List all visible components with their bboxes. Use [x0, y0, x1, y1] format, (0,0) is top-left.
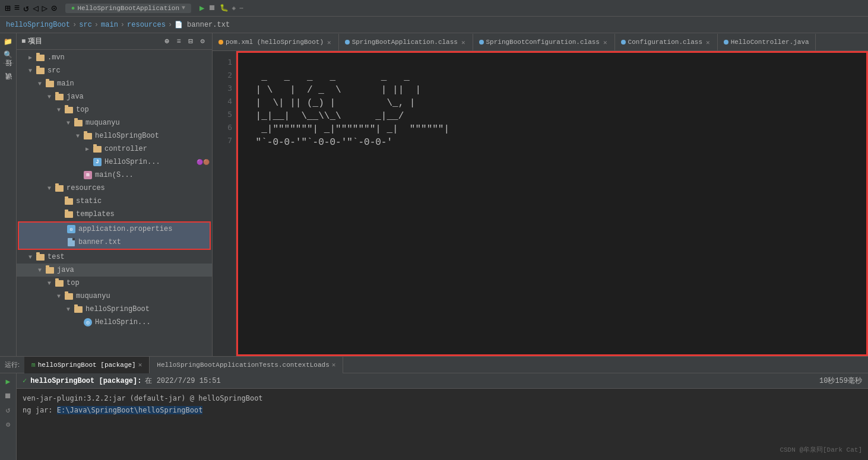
- breadcrumb-resources[interactable]: resources: [127, 21, 166, 29]
- sidebar-toolbar: 📁 🔍 运行 调试: [0, 33, 17, 356]
- tab-configuration-label: Configuration.class: [628, 39, 702, 46]
- run-settings-icon[interactable]: ⚙: [2, 418, 14, 430]
- sidebar-tool-1[interactable]: 📁: [2, 36, 14, 47]
- folder-test-top-icon: [55, 278, 64, 288]
- tab-hello-controller[interactable]: HelloController.java: [718, 34, 816, 50]
- run-time-text: 10秒159毫秒: [819, 376, 862, 386]
- folder-test-muquanyu-icon: [64, 291, 74, 301]
- tree-label-mvn: .mvn: [47, 53, 210, 62]
- tab-pom[interactable]: pom.xml (helloSpringBoot) ✕: [213, 34, 339, 50]
- tree-label-static: static: [76, 197, 210, 205]
- tab-springboot-config[interactable]: SpringBootConfiguration.class ✕: [473, 34, 615, 50]
- tree-item-banner-txt[interactable]: banner.txt: [19, 236, 210, 249]
- file-main-icon: m: [83, 170, 93, 180]
- bottom-content: ▶ ⏹ ↺ ⚙ ✓ helloSpringBoot [package]: 在 2…: [0, 373, 868, 460]
- tree-item-hellospri[interactable]: J HelloSprin... 🟣🟤: [17, 156, 212, 169]
- toolbar-icon-3[interactable]: ↺: [23, 2, 29, 14]
- tree-item-src[interactable]: ▼ src: [17, 64, 212, 77]
- coverage-icon[interactable]: ◈: [232, 4, 236, 12]
- toolbar-icon-6[interactable]: ⊙: [51, 2, 57, 14]
- watermark: CSDN @牟泉冏[Dark Cat]: [780, 445, 862, 454]
- tab-springboot-app-close[interactable]: ✕: [460, 39, 467, 46]
- run-bold-text: helloSpringBoot [package]:: [30, 377, 141, 385]
- tree-item-mvn[interactable]: ▶ .mvn: [17, 51, 212, 64]
- breadcrumb-project[interactable]: helloSpringBoot: [6, 21, 70, 29]
- tree-item-test-top[interactable]: ▼ top: [17, 277, 212, 290]
- tree-label-app-properties: application.properties: [78, 225, 207, 233]
- sidebar-sep: [3, 63, 14, 64]
- tree-item-test-muquanyu[interactable]: ▼ muquanyu: [17, 290, 212, 303]
- editor-area: pom.xml (helloSpringBoot) ✕ SpringBootAp…: [213, 33, 868, 356]
- tab-springboot-app-icon: [345, 40, 350, 45]
- line-num-3: 3: [213, 82, 232, 95]
- tree-item-test-hellospri[interactable]: ◎ HelloSprin...: [17, 316, 212, 329]
- tree-item-static[interactable]: static: [17, 195, 212, 208]
- tab-springboot-config-label: SpringBootConfiguration.class: [486, 39, 600, 46]
- bottom-tab-tests-label: HelloSpringBootApplicationTests.contextL…: [157, 361, 329, 369]
- toolbar-icon-4[interactable]: ◁: [33, 2, 39, 14]
- tab-configuration[interactable]: Configuration.class ✕: [615, 34, 718, 50]
- tree-item-muquanyu[interactable]: ▼ muquanyu: [17, 116, 212, 129]
- debug-icon[interactable]: 🐛: [220, 4, 229, 12]
- toolbar-icon-2[interactable]: ≡: [14, 3, 20, 14]
- tree-item-hello-spring-boot[interactable]: ▼ helloSpringBoot: [17, 129, 212, 142]
- tree-collapse-icon[interactable]: ⊟: [186, 37, 195, 46]
- bottom-tab-package[interactable]: m helloSpringBoot [package] ✕: [24, 357, 150, 373]
- tree-item-templates[interactable]: templates: [17, 208, 212, 221]
- toolbar-icon-1[interactable]: ⊞: [5, 2, 11, 14]
- stop-icon[interactable]: ⏹: [208, 4, 216, 12]
- tree-item-main[interactable]: ▼ main: [17, 77, 212, 90]
- toolbar-icon-5[interactable]: ▷: [42, 2, 48, 14]
- run-status-bar: ✓ helloSpringBoot [package]: 在 2022/7/29…: [17, 373, 868, 389]
- sidebar-tool-3[interactable]: 运行: [2, 66, 14, 78]
- bottom-tab-tests-close[interactable]: ✕: [332, 361, 336, 369]
- tree-locate-icon[interactable]: ⊕: [162, 37, 172, 46]
- tab-springboot-config-close[interactable]: ✕: [602, 39, 609, 46]
- breadcrumb-file[interactable]: banner.txt: [187, 21, 230, 29]
- dropdown-arrow-icon[interactable]: ▼: [182, 5, 185, 11]
- tree-item-resources[interactable]: ▼ resources: [17, 182, 212, 195]
- output-text[interactable]: ven-jar-plugin:3.2.2:jar (default-jar) @…: [17, 389, 868, 460]
- tab-hello-controller-icon: [724, 40, 728, 45]
- folder-static-icon: [64, 196, 74, 206]
- tree-expand-icon[interactable]: ≡: [174, 37, 183, 46]
- banner-container[interactable]: _ _ _ _ _ _ | \ | / _ \ | || | | \| || (…: [236, 51, 868, 356]
- tree-item-test-hello[interactable]: ▼ helloSpringBoot: [17, 303, 212, 316]
- tab-configuration-close[interactable]: ✕: [705, 39, 711, 46]
- sidebar-tool-2[interactable]: 🔍: [2, 49, 14, 61]
- run-label: 运行:: [0, 360, 24, 369]
- tree-item-app-properties[interactable]: ⚙ application.properties: [19, 223, 210, 236]
- tree-item-test[interactable]: ▼ test: [17, 250, 212, 264]
- tree-settings-icon[interactable]: ⚙: [198, 37, 207, 46]
- tree-item-java[interactable]: ▼ java: [17, 90, 212, 103]
- folder-src-icon: [36, 66, 45, 75]
- run-stop-icon[interactable]: ⏹: [2, 390, 14, 402]
- breadcrumb-sep-4: ›: [168, 21, 172, 29]
- tree-label-test-hellospri: HelloSprin...: [95, 318, 210, 326]
- run-icon[interactable]: ▶: [199, 3, 204, 13]
- tab-springboot-config-icon: [479, 40, 484, 45]
- bottom-left-toolbar: ▶ ⏹ ↺ ⚙: [0, 373, 17, 460]
- line-num-6: 6: [213, 121, 232, 134]
- tree-label-hellospri: HelloSprin...: [104, 158, 194, 166]
- tab-bar: pom.xml (helloSpringBoot) ✕ SpringBootAp…: [213, 33, 868, 51]
- tab-pom-close[interactable]: ✕: [326, 39, 332, 46]
- breadcrumb-main[interactable]: main: [101, 21, 118, 29]
- tree-item-test-java[interactable]: ▼ java: [17, 264, 212, 277]
- run-status-text: 在 2022/7/29 15:51: [145, 376, 220, 386]
- sidebar-tool-4[interactable]: 调试: [2, 79, 14, 91]
- tree-item-main-s[interactable]: m main(S...: [17, 169, 212, 182]
- breadcrumb-src[interactable]: src: [79, 21, 92, 29]
- tree-item-controller[interactable]: ▶ controller: [17, 142, 212, 156]
- folder-java-icon: [55, 92, 64, 101]
- tab-pom-label: pom.xml (helloSpringBoot): [226, 39, 324, 46]
- run-refresh-icon[interactable]: ↺: [2, 404, 14, 416]
- more-icon[interactable]: ⋯: [239, 4, 243, 12]
- folder-test-java-icon: [45, 265, 55, 275]
- bottom-tab-package-close[interactable]: ✕: [138, 361, 142, 369]
- tree-item-top[interactable]: ▼ top: [17, 103, 212, 116]
- bottom-tab-tests[interactable]: HelloSpringBootApplicationTests.contextL…: [150, 357, 343, 373]
- run-play-icon[interactable]: ▶: [2, 376, 14, 388]
- avatar-hellospri: 🟣🟤: [197, 159, 210, 166]
- tab-springboot-app[interactable]: SpringBootApplication.class ✕: [339, 34, 473, 50]
